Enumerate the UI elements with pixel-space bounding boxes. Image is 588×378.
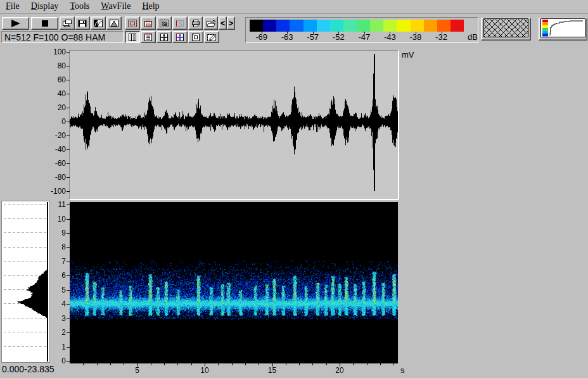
spectrogram-ytick: [67, 275, 70, 276]
layout-inner-box-button[interactable]: [188, 31, 203, 43]
waveform-ytick-label: -40: [38, 145, 66, 154]
hatch-pattern-icon: [483, 18, 528, 40]
time-tick: [312, 363, 313, 365]
capture-region-button[interactable]: [125, 16, 140, 30]
spectrogram-ytick-label: 7: [38, 257, 66, 266]
spectrogram-ytick: [67, 219, 70, 220]
menu-file[interactable]: File: [0, 0, 25, 11]
waveform-ytick: [67, 94, 70, 94]
play-button[interactable]: [2, 17, 29, 30]
color-scale-label: -57: [302, 32, 324, 42]
color-scale-segment: [397, 20, 410, 32]
color-scale-segment: [276, 20, 290, 32]
color-scale-segment: [304, 20, 317, 32]
fill-region-button[interactable]: [157, 16, 172, 30]
color-scale-label: -47: [353, 32, 376, 42]
db-color-bar: [250, 20, 464, 32]
waveform-ytick: [67, 108, 70, 108]
measure-region-button[interactable]: [141, 16, 156, 30]
average-spectrum-panel: [1, 201, 50, 363]
layout-cross-alt-button[interactable]: [172, 31, 188, 43]
open-file-button[interactable]: [203, 16, 218, 30]
time-tick-label: 5: [128, 366, 147, 375]
waveform-panel: [69, 50, 399, 200]
save-button[interactable]: [75, 16, 90, 30]
spectrogram-canvas[interactable]: [70, 202, 398, 363]
waveform-canvas[interactable]: [70, 51, 398, 199]
waveform-ytick-label: -100: [38, 187, 66, 196]
transfer-curve-button[interactable]: [91, 16, 106, 30]
waveform-ytick: [67, 163, 70, 164]
waveform-ytick: [67, 135, 70, 136]
spectrogram-ytick: [67, 261, 70, 262]
waveform-ytick: [67, 80, 70, 80]
spectrogram-ytick: [67, 361, 70, 362]
time-tick: [151, 363, 151, 365]
spectrogram-ytick: [67, 247, 70, 248]
waveform-ytick: [67, 149, 70, 150]
spectrogram-panel: [70, 202, 398, 363]
time-tick: [110, 363, 111, 365]
time-tick: [164, 363, 165, 365]
time-tick: [326, 363, 327, 365]
hatch-pattern-button[interactable]: [481, 18, 531, 41]
color-scale-segment: [343, 20, 357, 32]
time-tick-label: 10: [195, 366, 214, 375]
menu-display[interactable]: Display: [25, 0, 65, 11]
prev-button[interactable]: <: [219, 16, 227, 30]
next-button[interactable]: >: [227, 16, 235, 30]
db-unit-label: dB: [468, 32, 478, 42]
time-tick-label: 15: [263, 366, 282, 375]
cascade-windows-button[interactable]: [60, 16, 75, 30]
menu-wavfile[interactable]: WavFile: [95, 0, 136, 11]
stop-button[interactable]: [31, 17, 58, 30]
time-tick: [286, 363, 286, 365]
color-scale-label: -32: [430, 32, 453, 42]
color-scale-segment: [411, 20, 424, 32]
spectrogram-ytick-label: 0: [38, 356, 66, 365]
waveform-ytick-label: -60: [38, 159, 66, 168]
waveform-ytick-label: 0: [38, 117, 66, 126]
snap-region-button[interactable]: S: [172, 16, 188, 30]
spectrogram-ytick-label: 3: [38, 314, 66, 323]
time-tick: [124, 363, 124, 365]
menu-tools[interactable]: Tools: [64, 0, 95, 11]
menu-bar: FileDisplayToolsWavFileHelp: [0, 0, 588, 14]
menu-help[interactable]: Help: [136, 0, 165, 11]
color-scale-label: -38: [404, 32, 427, 42]
time-tick: [97, 363, 98, 365]
waveform-ytick: [67, 177, 70, 178]
waveform-ytick-label: 60: [38, 75, 66, 84]
color-map-button[interactable]: [539, 18, 587, 41]
time-tick: [177, 363, 178, 365]
time-tick: [191, 363, 192, 365]
color-scale-segment: [330, 20, 343, 32]
layout-vertical-button[interactable]: [125, 31, 140, 43]
layout-horizontal-button[interactable]: [141, 31, 156, 43]
spectrogram-ytick-label: 10: [38, 215, 66, 224]
time-tick: [232, 363, 233, 365]
time-tick: [299, 363, 300, 365]
color-scale-segment: [263, 20, 276, 32]
fft-settings-status: N=512 F=100 O=88 HAM: [1, 31, 124, 43]
color-scale-label: -43: [378, 32, 401, 42]
spectrogram-ytick: [67, 304, 70, 305]
waveform-ytick-label: 80: [38, 61, 66, 70]
color-scale-segment: [383, 20, 397, 32]
waveform-ytick: [67, 52, 70, 53]
average-spectrum-canvas: [3, 202, 49, 362]
spectrogram-ytick-label: 5: [38, 286, 66, 294]
color-scale-label: -69: [250, 32, 273, 42]
db-color-scale-panel: dB -69-63-57-52-47-43-38-32: [245, 17, 478, 43]
spectrum-view-button[interactable]: [106, 16, 122, 30]
waveform-ytick-label: 20: [38, 103, 66, 112]
color-map-icon: [540, 18, 585, 40]
color-scale-segment: [250, 20, 263, 32]
print-button[interactable]: [188, 16, 203, 30]
annotate-button[interactable]: [204, 31, 219, 43]
layout-cross-button[interactable]: [157, 31, 172, 43]
time-tick: [218, 363, 219, 365]
color-scale-segment: [424, 20, 437, 32]
waveform-ytick: [67, 191, 70, 192]
time-unit-label: s: [400, 365, 405, 375]
